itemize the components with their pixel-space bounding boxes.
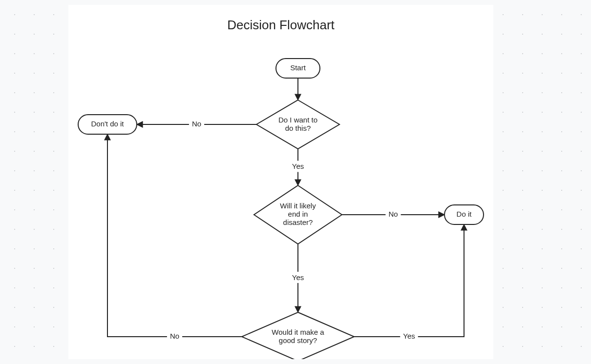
node-label-start: Start	[290, 63, 306, 72]
node-label-story: Would it make agood story?	[272, 327, 324, 344]
edge-story-doit[interactable]	[354, 224, 464, 337]
diagram-title: Decision Flowchart	[227, 18, 335, 32]
edge-story-dont[interactable]	[107, 134, 242, 337]
edge-label-disaster-doit: No	[388, 210, 398, 218]
node-story[interactable]: Would it make agood story?	[242, 312, 354, 359]
node-label-doit: Do it	[457, 210, 472, 218]
node-dont[interactable]: Don't do it	[78, 115, 137, 134]
node-doit[interactable]: Do it	[444, 205, 484, 224]
node-want[interactable]: Do I want todo this?	[256, 100, 339, 149]
edge-label-disaster-story: Yes	[292, 273, 304, 282]
edge-label-story-dont: No	[170, 332, 179, 340]
node-disaster[interactable]: Will it likelyend indisaster?	[254, 185, 342, 244]
edge-label-story-doit: Yes	[403, 332, 415, 340]
diagram-canvas[interactable]: Decision Flowchart NoYesNoYesNoYes Start…	[68, 5, 493, 359]
edge-label-want-dont: No	[192, 120, 201, 128]
node-start[interactable]: Start	[276, 59, 320, 78]
edge-label-want-disaster: Yes	[292, 162, 304, 170]
node-label-dont: Don't do it	[91, 120, 124, 128]
flowchart-svg: Decision Flowchart NoYesNoYesNoYes Start…	[68, 5, 493, 359]
